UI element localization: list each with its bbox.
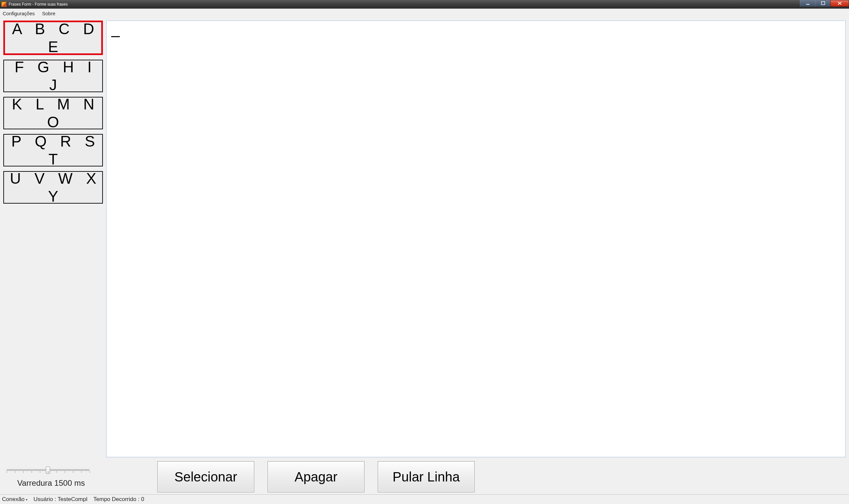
svg-rect-1 — [821, 2, 825, 5]
select-button[interactable]: Selecionar — [157, 461, 254, 492]
slider-tick — [73, 471, 73, 473]
slider-tick — [40, 471, 40, 473]
app-icon — [1, 2, 7, 7]
scan-speed-block: Varredura 1500 ms — [5, 466, 104, 488]
letter-group-uvwxy[interactable]: U V W X Y — [3, 171, 103, 203]
slider-tick — [7, 471, 7, 473]
action-buttons: Selecionar Apagar Pular Linha — [104, 461, 846, 492]
menu-sobre[interactable]: Sobre — [42, 11, 55, 16]
text-caret — [111, 36, 120, 37]
chevron-down-icon: ▾ — [26, 498, 28, 501]
lower-panel: Varredura 1500 ms Selecionar Apagar Pula… — [3, 459, 846, 494]
slider-tick — [23, 471, 23, 473]
erase-button[interactable]: Apagar — [267, 461, 364, 492]
slider-tick — [65, 471, 65, 473]
status-user: Usuário : TesteCompl — [34, 496, 87, 503]
svg-rect-0 — [806, 4, 810, 5]
menu-configuracoes[interactable]: Configurações — [3, 11, 35, 16]
letter-group-fghij[interactable]: F G H I J — [3, 60, 103, 92]
minimize-button[interactable] — [800, 0, 815, 7]
slider-tick — [32, 471, 32, 473]
close-icon — [837, 1, 842, 5]
letter-group-klmno[interactable]: K L M N O — [3, 97, 103, 129]
client-area: A B C D E F G H I J K L M N O P Q R S T … — [0, 18, 849, 494]
letter-group-column: A B C D E F G H I J K L M N O P Q R S T … — [3, 21, 103, 459]
status-bar: Conexão ▾ Usuário : TesteCompl Tempo Dec… — [0, 494, 849, 504]
scan-speed-slider[interactable] — [7, 466, 90, 474]
window-controls — [800, 0, 849, 8]
phrase-textarea[interactable] — [106, 21, 846, 457]
slider-tick — [90, 471, 90, 473]
slider-tick — [48, 471, 49, 473]
scan-speed-label: Varredura 1500 ms — [17, 479, 104, 488]
minimize-icon — [806, 1, 810, 5]
letter-group-abcde[interactable]: A B C D E — [3, 21, 103, 55]
status-connection[interactable]: Conexão ▾ — [2, 496, 28, 503]
slider-thumb[interactable] — [46, 467, 50, 474]
slider-tick — [81, 471, 82, 473]
upper-panel: A B C D E F G H I J K L M N O P Q R S T … — [3, 21, 846, 459]
slider-tick — [56, 471, 57, 473]
maximize-button[interactable] — [815, 0, 830, 7]
status-connection-label: Conexão — [2, 496, 24, 503]
title-bar: Frases Form - Forme suas frases — [0, 0, 849, 8]
status-elapsed: Tempo Decorrido : 0 — [93, 496, 144, 503]
newline-button[interactable]: Pular Linha — [378, 461, 474, 492]
menu-bar: Configurações Sobre — [0, 8, 849, 18]
maximize-icon — [821, 1, 825, 5]
window-title: Frases Form - Forme suas frases — [8, 2, 800, 7]
close-button[interactable] — [830, 0, 849, 7]
letter-group-pqrst[interactable]: P Q R S T — [3, 134, 103, 166]
slider-tick — [15, 471, 15, 473]
